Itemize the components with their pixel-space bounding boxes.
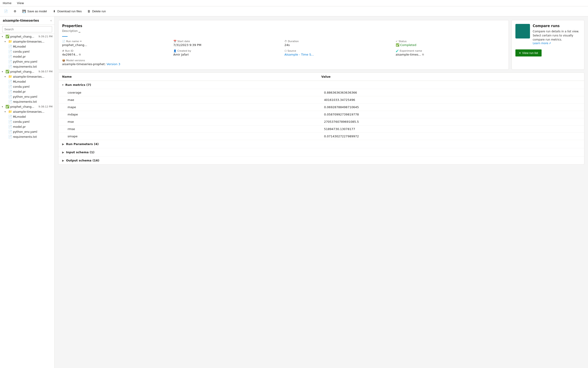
- chevron-down-icon: ▾: [5, 40, 7, 43]
- output-schema-section-row[interactable]: ▶ Output schema (16): [58, 156, 584, 165]
- edit-description-icon[interactable]: ✏: [79, 31, 80, 34]
- sidebar-header: aisample-timeseries ‹: [0, 16, 54, 25]
- run-label-3: prophet_chang...: [10, 105, 34, 108]
- run-folder-3[interactable]: ▾ 📁 aisample-timeseries...: [0, 109, 54, 114]
- run-name-label: 📄 Run name ✏: [62, 40, 172, 43]
- menu-bar: Home View: [0, 0, 588, 6]
- beaker-icon: 🧪: [396, 49, 399, 52]
- collapse-icon[interactable]: ‹: [50, 19, 52, 22]
- file-model-1[interactable]: 📄 model.pr: [0, 54, 54, 59]
- model-version-link[interactable]: Version 3: [107, 62, 120, 66]
- save-model-button[interactable]: 💾 Save as model: [20, 9, 49, 14]
- chevron-right-icon: ▶: [62, 159, 64, 162]
- metric-rmse-row: rmse 51894730.13078177: [58, 126, 584, 133]
- run-item-2[interactable]: ▾ ✅ prophet_chang... 9:38:57 PM: [0, 69, 54, 74]
- created-by-value: Amir Jafari: [173, 53, 283, 56]
- prop-start-date: 📅 Start date 7/31/2023 9:39 PM: [173, 40, 283, 47]
- delete-run-button[interactable]: 🗑 Delete run: [85, 9, 108, 14]
- divider: [62, 36, 68, 37]
- run-metrics-section-row[interactable]: ▾ Run metrics (7): [58, 81, 584, 89]
- file-requirements-1[interactable]: 📄 requirements.txt: [0, 64, 54, 69]
- file-icon: 📄: [8, 90, 12, 93]
- folder-label-2: aisample-timeseries...: [13, 75, 44, 78]
- file-icon: 📄: [8, 125, 12, 129]
- file-model-2[interactable]: 📄 model.pr: [0, 89, 54, 94]
- run-parameters-section-row[interactable]: ▶ Run Parameters (4): [58, 140, 584, 148]
- run-folder-1[interactable]: ▾ 📁 aisample-timeseries...: [0, 39, 54, 44]
- run-label-1: prophet_chang...: [10, 35, 34, 38]
- compare-illustration: [515, 24, 530, 38]
- file-icon: 📄: [8, 115, 12, 119]
- file-mlmodel-3[interactable]: 📄 MLmodel: [0, 114, 54, 119]
- search-input[interactable]: [2, 26, 52, 32]
- download-run-files-button[interactable]: ⬇ Download run files: [50, 9, 84, 14]
- file-mlmodel-2[interactable]: 📄 MLmodel: [0, 79, 54, 84]
- edit-run-name-icon[interactable]: ✏: [80, 40, 82, 43]
- folder-label-3: aisample-timeseries...: [13, 110, 44, 113]
- metric-mae-row: mae 40161033.34725496: [58, 96, 584, 104]
- file-model-3[interactable]: 📄 model.pr: [0, 124, 54, 129]
- file-requirements-3[interactable]: 📄 requirements.txt: [0, 134, 54, 139]
- run-id-value: 4e29974... ⧉: [62, 53, 172, 56]
- file-icon: 📄: [8, 65, 12, 68]
- settings-button[interactable]: ⚙: [11, 9, 19, 14]
- model-versions-value: aisample-timeseries-prophet: Version 3: [62, 62, 283, 66]
- learn-more-link[interactable]: Learn more ↗: [533, 42, 580, 45]
- sidebar-search-container: [0, 25, 54, 34]
- file-label: requirements.txt: [13, 100, 37, 103]
- duration-label: ⏱ Duration: [285, 40, 394, 43]
- file-conda-2[interactable]: 📄 conda.yaml: [0, 84, 54, 89]
- file-python-env-1[interactable]: 📄 python_env.yaml: [0, 59, 54, 64]
- page-icon-button[interactable]: 📄: [2, 9, 10, 14]
- start-date-label: 📅 Start date: [173, 40, 283, 43]
- run-time-3: 9:38:12 PM: [37, 105, 53, 108]
- run-folder-2[interactable]: ▾ 📁 aisample-timeseries...: [0, 74, 54, 79]
- file-label: MLmodel: [13, 115, 26, 119]
- file-icon: 📄: [8, 95, 12, 98]
- prop-source: ⬡ Source AIsample - Time S...: [285, 49, 394, 56]
- chevron-right-icon: ▶: [62, 143, 64, 146]
- experiment-name-label: 🧪 Experiment name: [396, 49, 505, 52]
- file-conda-1[interactable]: 📄 conda.yaml: [0, 49, 54, 54]
- menu-view[interactable]: View: [16, 1, 25, 5]
- menu-home[interactable]: Home: [2, 1, 12, 5]
- metric-name: coverage: [68, 91, 324, 94]
- file-mlmodel-1[interactable]: 📄 MLmodel: [0, 44, 54, 49]
- metric-coverage-row: coverage 0.8863636363636366: [58, 89, 584, 96]
- compare-text: Compare runs Compare run details in a li…: [533, 24, 580, 45]
- file-label-1: MLmodel: [13, 45, 26, 48]
- copy-experiment-icon[interactable]: ⧉: [422, 53, 424, 56]
- source-link[interactable]: AIsample - Time S...: [285, 53, 314, 56]
- file-label: model.pr: [13, 125, 26, 129]
- status-label: ✓ Status: [396, 40, 505, 43]
- chevron-down-icon: ▾: [2, 105, 5, 108]
- compare-card: Compare runs Compare run details in a li…: [512, 20, 584, 70]
- metric-value: 27053760789691085.5: [324, 120, 580, 123]
- input-schema-label: Input schema (1): [66, 150, 94, 154]
- file-conda-3[interactable]: 📄 conda.yaml: [0, 119, 54, 124]
- copy-run-id-icon[interactable]: ⧉: [79, 53, 81, 56]
- metrics-section: Name Value ▾ Run metrics (7) coverage 0.…: [58, 73, 584, 165]
- file-python-env-3[interactable]: 📄 python_env.yaml: [0, 129, 54, 134]
- file-requirements-2[interactable]: 📄 requirements.txt: [0, 99, 54, 104]
- compare-title: Compare runs: [533, 24, 580, 28]
- run-item-3[interactable]: ▾ ✅ prophet_chang... 9:38:12 PM: [0, 104, 54, 109]
- status-value: ✅ Completed: [396, 43, 505, 47]
- metric-value: 0.06928788498710645: [324, 105, 580, 109]
- file-icon: 📄: [8, 55, 12, 58]
- input-schema-section-row[interactable]: ▶ Input schema (1): [58, 148, 584, 156]
- top-section: Properties Description ✏ 📄 Run name ✏: [58, 20, 584, 70]
- toolbar: 📄 ⚙ 💾 Save as model ⬇ Download run files…: [0, 6, 588, 16]
- folder-icon: 📁: [8, 40, 12, 43]
- sidebar: aisample-timeseries ‹ ▾ ✅ prophet_chang.…: [0, 16, 55, 368]
- metric-smape-row: smape 0.07143027227989972: [58, 133, 584, 140]
- model-icon: 📦: [62, 59, 65, 62]
- person-icon: 👤: [173, 49, 177, 52]
- file-python-env-2[interactable]: 📄 python_env.yaml: [0, 94, 54, 99]
- list-icon: ≡: [519, 51, 521, 55]
- chevron-down-icon: ▾: [5, 75, 7, 78]
- run-item-1[interactable]: ▾ ✅ prophet_chang... 9:39:21 PM: [0, 34, 54, 39]
- col-value-header: Value: [321, 75, 580, 78]
- metric-name: mdape: [68, 113, 324, 116]
- view-run-list-button[interactable]: ≡ View run list: [515, 49, 542, 56]
